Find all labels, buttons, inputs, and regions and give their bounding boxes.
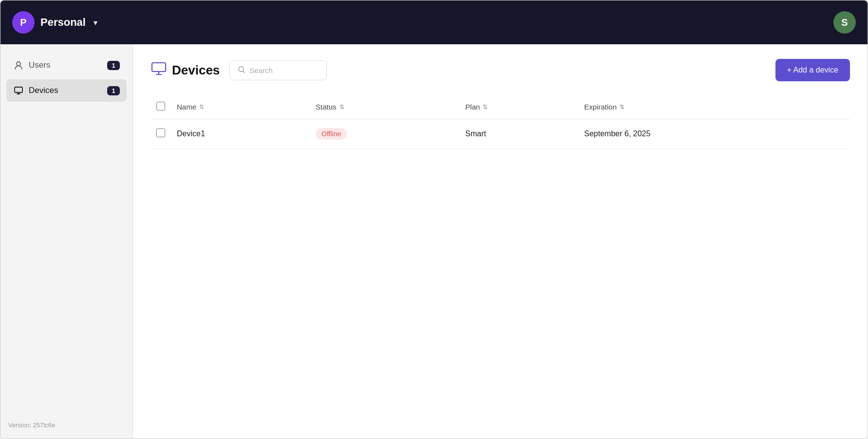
user-avatar[interactable]: S — [833, 11, 856, 34]
content-title: Devices — [151, 60, 220, 80]
page-title: Devices — [172, 63, 220, 78]
device-plan-cell: Smart — [459, 119, 578, 149]
column-status-label: Status — [316, 103, 337, 111]
column-header-status[interactable]: Status ⇅ — [310, 95, 459, 119]
select-all-checkbox-header[interactable] — [151, 95, 171, 119]
user-icon — [13, 60, 24, 71]
devices-badge: 1 — [107, 86, 120, 95]
column-plan-label: Plan — [465, 103, 480, 111]
column-header-expiration[interactable]: Expiration ⇅ — [578, 95, 850, 119]
status-badge: Offline — [316, 128, 347, 140]
workspace-dropdown-icon[interactable]: ▾ — [94, 18, 97, 27]
table-header-row: Name ⇅ Status ⇅ Plan — [151, 95, 850, 119]
device-expiration-cell: September 6, 2025 — [578, 119, 850, 149]
row-checkbox-device1[interactable] — [156, 128, 165, 137]
select-all-checkbox[interactable] — [156, 102, 165, 110]
sidebar-nav: Users 1 Devices — [6, 54, 127, 102]
search-input[interactable] — [249, 66, 319, 74]
svg-rect-2 — [152, 63, 166, 72]
sidebar-item-users-left: Users — [13, 60, 50, 71]
column-header-plan[interactable]: Plan ⇅ — [459, 95, 578, 119]
column-name-label: Name — [177, 103, 196, 111]
svg-rect-1 — [15, 87, 22, 92]
device-name: Device1 — [177, 129, 205, 138]
sort-name-icon: ⇅ — [199, 104, 204, 110]
add-device-button[interactable]: + Add a device — [775, 59, 850, 81]
device-name-cell: Device1 — [171, 119, 310, 149]
table-row: Device1 Offline Smart September 6, 2025 — [151, 119, 850, 149]
search-box[interactable] — [229, 60, 327, 80]
devices-title-icon — [151, 60, 167, 80]
top-navigation: P Personal ▾ S — [0, 0, 868, 44]
search-icon — [238, 66, 245, 75]
content-header-left: Devices — [151, 60, 327, 80]
main-content: Devices + Add a device — [133, 44, 868, 439]
workspace-avatar[interactable]: P — [12, 11, 35, 34]
devices-table: Name ⇅ Status ⇅ Plan — [151, 95, 850, 149]
content-header: Devices + Add a device — [151, 59, 850, 81]
sort-expiration-icon: ⇅ — [620, 104, 624, 110]
version-label: Version: 257lc6e — [8, 421, 55, 429]
sidebar-item-devices[interactable]: Devices 1 — [6, 79, 127, 102]
workspace-name: Personal — [40, 16, 86, 29]
main-area: Users 1 Devices — [0, 44, 868, 439]
column-header-name[interactable]: Name ⇅ — [171, 95, 310, 119]
device-status-cell: Offline — [310, 119, 459, 149]
sort-plan-icon: ⇅ — [483, 104, 488, 110]
sidebar-item-devices-left: Devices — [13, 85, 58, 96]
row-checkbox-cell[interactable] — [151, 119, 171, 149]
sidebar-item-users[interactable]: Users 1 — [6, 54, 127, 76]
workspace-section: P Personal ▾ — [12, 11, 97, 34]
sidebar-users-label: Users — [29, 60, 50, 70]
monitor-icon — [13, 85, 24, 96]
sidebar-devices-label: Devices — [29, 86, 58, 95]
svg-point-0 — [17, 62, 20, 66]
column-expiration-label: Expiration — [584, 103, 617, 111]
sort-status-icon: ⇅ — [340, 104, 344, 110]
sidebar: Users 1 Devices — [0, 44, 133, 439]
users-badge: 1 — [107, 61, 120, 70]
